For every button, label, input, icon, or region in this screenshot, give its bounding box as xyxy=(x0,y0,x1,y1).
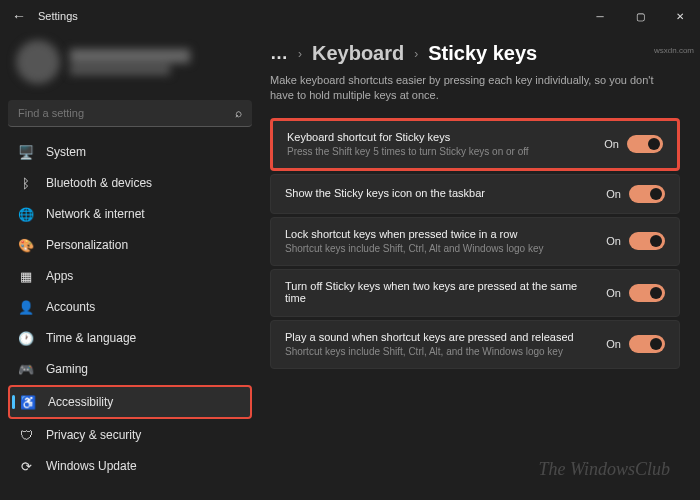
setting-title: Play a sound when shortcut keys are pres… xyxy=(285,331,596,343)
apps-icon: ▦ xyxy=(18,268,34,284)
source-tag: wsxdn.com xyxy=(654,46,694,55)
chevron-right-icon: › xyxy=(414,47,418,61)
sidebar-item-apps[interactable]: ▦Apps xyxy=(8,261,252,291)
sidebar-item-label: Privacy & security xyxy=(46,428,141,442)
sidebar-item-label: System xyxy=(46,145,86,159)
setting-turn-off-two-keys[interactable]: Turn off Sticky keys when two keys are p… xyxy=(270,269,680,317)
toggle-switch[interactable] xyxy=(629,232,665,250)
toggle-state: On xyxy=(604,138,619,150)
sidebar-item-network[interactable]: 🌐Network & internet xyxy=(8,199,252,229)
sidebar-item-privacy[interactable]: 🛡Privacy & security xyxy=(8,420,252,450)
avatar xyxy=(16,40,60,84)
setting-title: Lock shortcut keys when pressed twice in… xyxy=(285,228,596,240)
setting-title: Keyboard shortcut for Sticky keys xyxy=(287,131,594,143)
setting-lock-keys[interactable]: Lock shortcut keys when pressed twice in… xyxy=(270,217,680,266)
sidebar-item-label: Accessibility xyxy=(48,395,113,409)
sidebar-item-label: Network & internet xyxy=(46,207,145,221)
sidebar-item-label: Accounts xyxy=(46,300,95,314)
sidebar-item-label: Apps xyxy=(46,269,73,283)
maximize-button[interactable]: ▢ xyxy=(620,0,660,32)
breadcrumb-parent[interactable]: Keyboard xyxy=(312,42,404,65)
sidebar-item-label: Time & language xyxy=(46,331,136,345)
setting-taskbar-icon[interactable]: Show the Sticky keys icon on the taskbar… xyxy=(270,174,680,214)
setting-title: Show the Sticky keys icon on the taskbar xyxy=(285,187,596,199)
page-description: Make keyboard shortcuts easier by pressi… xyxy=(270,73,680,104)
setting-desc: Shortcut keys include Shift, Ctrl, Alt, … xyxy=(285,345,596,358)
accessibility-icon: ♿ xyxy=(20,394,36,410)
breadcrumb-current: Sticky keys xyxy=(428,42,537,65)
toggle-state: On xyxy=(606,188,621,200)
sidebar-item-system[interactable]: 🖥️System xyxy=(8,137,252,167)
sidebar-item-time[interactable]: 🕐Time & language xyxy=(8,323,252,353)
sidebar-item-bluetooth[interactable]: ᛒBluetooth & devices xyxy=(8,168,252,198)
toggle-switch[interactable] xyxy=(627,135,663,153)
search-input-container[interactable]: ⌕ xyxy=(8,100,252,127)
accounts-icon: 👤 xyxy=(18,299,34,315)
sidebar-item-label: Bluetooth & devices xyxy=(46,176,152,190)
personalization-icon: 🎨 xyxy=(18,237,34,253)
toggle-state: On xyxy=(606,287,621,299)
sidebar-item-accounts[interactable]: 👤Accounts xyxy=(8,292,252,322)
toggle-switch[interactable] xyxy=(629,185,665,203)
network-icon: 🌐 xyxy=(18,206,34,222)
search-input[interactable] xyxy=(18,107,208,119)
toggle-state: On xyxy=(606,235,621,247)
back-button[interactable]: ← xyxy=(12,8,26,24)
sidebar-item-label: Gaming xyxy=(46,362,88,376)
setting-desc: Press the Shift key 5 times to turn Stic… xyxy=(287,145,594,158)
update-icon: ⟳ xyxy=(18,458,34,474)
minimize-button[interactable]: ─ xyxy=(580,0,620,32)
close-button[interactable]: ✕ xyxy=(660,0,700,32)
gaming-icon: 🎮 xyxy=(18,361,34,377)
sidebar-item-label: Personalization xyxy=(46,238,128,252)
time-icon: 🕐 xyxy=(18,330,34,346)
search-icon: ⌕ xyxy=(235,106,242,120)
sidebar-item-label: Windows Update xyxy=(46,459,137,473)
sidebar-item-gaming[interactable]: 🎮Gaming xyxy=(8,354,252,384)
sidebar-item-update[interactable]: ⟳Windows Update xyxy=(8,451,252,481)
user-account[interactable] xyxy=(8,32,252,92)
setting-title: Turn off Sticky keys when two keys are p… xyxy=(285,280,596,304)
sidebar-item-personalization[interactable]: 🎨Personalization xyxy=(8,230,252,260)
breadcrumb-more[interactable]: … xyxy=(270,43,288,64)
bluetooth-icon: ᛒ xyxy=(18,175,34,191)
toggle-state: On xyxy=(606,338,621,350)
privacy-icon: 🛡 xyxy=(18,427,34,443)
setting-desc: Shortcut keys include Shift, Ctrl, Alt a… xyxy=(285,242,596,255)
toggle-switch[interactable] xyxy=(629,335,665,353)
setting-keyboard-shortcut[interactable]: Keyboard shortcut for Sticky keys Press … xyxy=(270,118,680,171)
sidebar-item-accessibility[interactable]: ♿Accessibility xyxy=(8,385,252,419)
window-title: Settings xyxy=(38,10,78,22)
toggle-switch[interactable] xyxy=(629,284,665,302)
system-icon: 🖥️ xyxy=(18,144,34,160)
setting-play-sound[interactable]: Play a sound when shortcut keys are pres… xyxy=(270,320,680,369)
breadcrumb: … › Keyboard › Sticky keys xyxy=(270,42,680,65)
chevron-right-icon: › xyxy=(298,47,302,61)
